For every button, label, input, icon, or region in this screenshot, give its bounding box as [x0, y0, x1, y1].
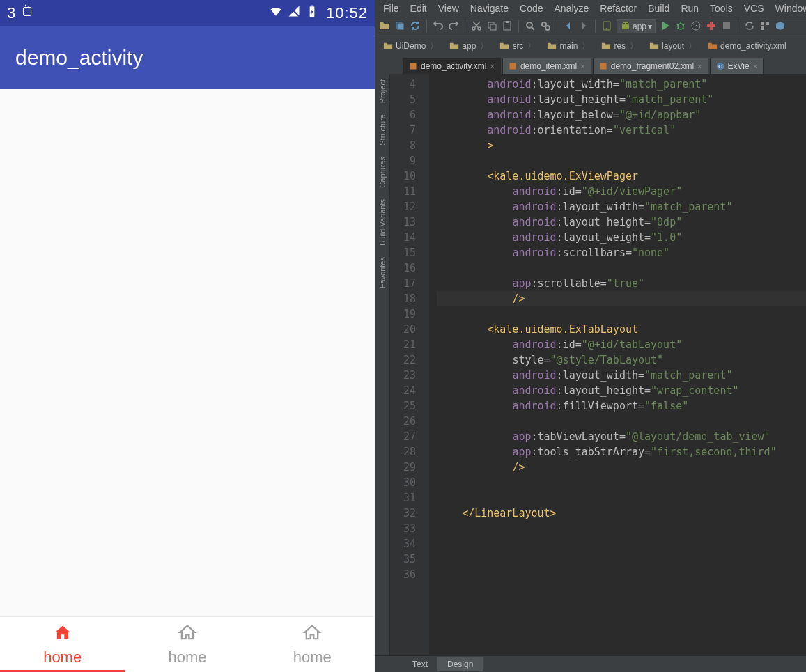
code-line[interactable]: />: [437, 460, 806, 475]
tab-text[interactable]: Text: [403, 657, 437, 671]
menu-window[interactable]: Window: [771, 1, 806, 15]
run-icon[interactable]: [660, 20, 671, 33]
open-icon[interactable]: [379, 20, 390, 33]
editor-tab[interactable]: demo_item.xml×: [502, 58, 591, 74]
code-line[interactable]: android:layout_width="match_parent": [437, 77, 806, 92]
code-line[interactable]: [437, 567, 806, 582]
code-line[interactable]: app:scrollable="true": [437, 276, 806, 291]
breadcrumb-item[interactable]: res〉: [597, 39, 644, 54]
sdk-icon[interactable]: [775, 20, 786, 33]
menu-edit[interactable]: Edit: [406, 1, 431, 15]
editor-tab[interactable]: demo_activity.xml×: [403, 58, 501, 74]
find-icon[interactable]: [525, 20, 536, 33]
code-line[interactable]: style="@style/TabLayout": [437, 352, 806, 368]
code-line[interactable]: [437, 260, 806, 276]
paste-icon[interactable]: [502, 20, 513, 33]
code-line[interactable]: [437, 490, 806, 506]
copy-icon[interactable]: [486, 20, 497, 33]
code-line[interactable]: <kale.uidemo.ExTabLayout: [437, 322, 806, 337]
close-icon[interactable]: ×: [697, 62, 702, 70]
menu-refactor[interactable]: Refactor: [596, 1, 641, 15]
code-line[interactable]: android:scrollbars="none": [437, 245, 806, 260]
code-line[interactable]: android:id="@+id/tabLayout": [437, 337, 806, 352]
menu-build[interactable]: Build: [644, 1, 674, 15]
sync-icon[interactable]: [410, 20, 421, 33]
tool-window-structure[interactable]: Structure: [377, 109, 388, 151]
code-line[interactable]: [437, 521, 806, 536]
menu-analyze[interactable]: Analyze: [550, 1, 594, 15]
code-line[interactable]: android:layout_below="@+id/appbar": [437, 107, 806, 123]
debug-icon[interactable]: [675, 20, 686, 33]
breadcrumb-item[interactable]: main〉: [543, 39, 596, 54]
run-config-selector[interactable]: app ▾: [617, 19, 656, 33]
breadcrumb-item[interactable]: app〉: [445, 39, 494, 54]
code-line[interactable]: android:orientation="vertical": [437, 123, 806, 138]
redo-icon[interactable]: [448, 20, 459, 33]
tool-window-favorites[interactable]: Favorites: [377, 251, 388, 294]
close-icon[interactable]: ×: [753, 62, 757, 70]
emulator-content[interactable]: [0, 89, 375, 616]
save-all-icon[interactable]: [394, 20, 405, 33]
tool-window-captures[interactable]: Captures: [377, 151, 388, 194]
replace-icon[interactable]: [540, 20, 551, 33]
svg-text:C: C: [718, 63, 722, 70]
menu-navigate[interactable]: Navigate: [466, 1, 513, 15]
gutter: 4567891011121314151617181920212223242526…: [390, 74, 421, 655]
code-line[interactable]: />: [437, 291, 806, 306]
code-line[interactable]: android:layout_width="match_parent": [437, 199, 806, 214]
avd-icon[interactable]: [601, 20, 612, 33]
back-icon[interactable]: [563, 20, 574, 33]
code-line[interactable]: [437, 475, 806, 490]
menu-run[interactable]: Run: [676, 1, 703, 15]
code-line[interactable]: <kale.uidemo.ExViewPager: [437, 169, 806, 184]
code-line[interactable]: android:layout_height="wrap_content": [437, 383, 806, 398]
cut-icon[interactable]: [471, 20, 482, 33]
menu-file[interactable]: File: [379, 1, 403, 15]
forward-icon[interactable]: [578, 20, 589, 33]
tab-home-1[interactable]: home: [0, 617, 125, 672]
code-line[interactable]: android:layout_height="match_parent": [437, 92, 806, 107]
tab-home-2[interactable]: home: [125, 617, 249, 672]
code-editor[interactable]: android:layout_width="match_parent" andr…: [430, 74, 806, 655]
svg-rect-30: [600, 63, 606, 70]
tab-label: home: [43, 648, 82, 666]
code-line[interactable]: [437, 536, 806, 552]
project-structure-icon[interactable]: [759, 20, 770, 33]
menu-view[interactable]: View: [434, 1, 463, 15]
attach-icon[interactable]: [706, 20, 717, 33]
close-icon[interactable]: ×: [490, 62, 494, 70]
code-line[interactable]: [437, 414, 806, 429]
editor-tab[interactable]: CExVie×: [710, 58, 764, 74]
close-icon[interactable]: ×: [580, 62, 584, 70]
profile-icon[interactable]: [690, 20, 702, 33]
tab-home-3[interactable]: home: [250, 617, 375, 672]
code-line[interactable]: [437, 306, 806, 322]
code-line[interactable]: </LinearLayout>: [437, 506, 806, 521]
menu-tools[interactable]: Tools: [706, 1, 737, 15]
menu-vcs[interactable]: VCS: [740, 1, 768, 15]
code-line[interactable]: android:id="@+id/viewPager": [437, 184, 806, 199]
tool-window-build-variants[interactable]: Build Variants: [377, 194, 388, 251]
code-line[interactable]: >: [437, 138, 806, 153]
stop-icon[interactable]: [721, 20, 732, 33]
code-line[interactable]: app:tabViewLayout="@layout/demo_tab_view…: [437, 429, 806, 444]
code-line[interactable]: android:layout_weight="1.0": [437, 230, 806, 245]
menu-code[interactable]: Code: [516, 1, 547, 15]
code-line[interactable]: android:fillViewport="false": [437, 398, 806, 414]
breadcrumb-item[interactable]: layout〉: [645, 39, 702, 54]
editor-tab[interactable]: demo_fragment02.xml×: [593, 58, 708, 74]
code-line[interactable]: android:layout_height="0dp": [437, 214, 806, 230]
home-icon: [52, 623, 74, 646]
sync-project-icon[interactable]: [744, 20, 755, 33]
breadcrumb-item[interactable]: demo_activity.xml: [704, 40, 790, 52]
breadcrumb-item[interactable]: UiDemo〉: [379, 39, 444, 54]
breadcrumb-item[interactable]: src〉: [495, 39, 541, 54]
undo-icon[interactable]: [433, 20, 444, 33]
code-line[interactable]: app:tools_tabStrArray="first,second,thir…: [437, 444, 806, 460]
code-line[interactable]: [437, 153, 806, 169]
tab-design[interactable]: Design: [437, 657, 483, 671]
code-line[interactable]: android:layout_width="match_parent": [437, 368, 806, 383]
svg-rect-28: [410, 63, 417, 70]
tool-window-project[interactable]: Project: [377, 74, 388, 109]
code-line[interactable]: [437, 552, 806, 567]
